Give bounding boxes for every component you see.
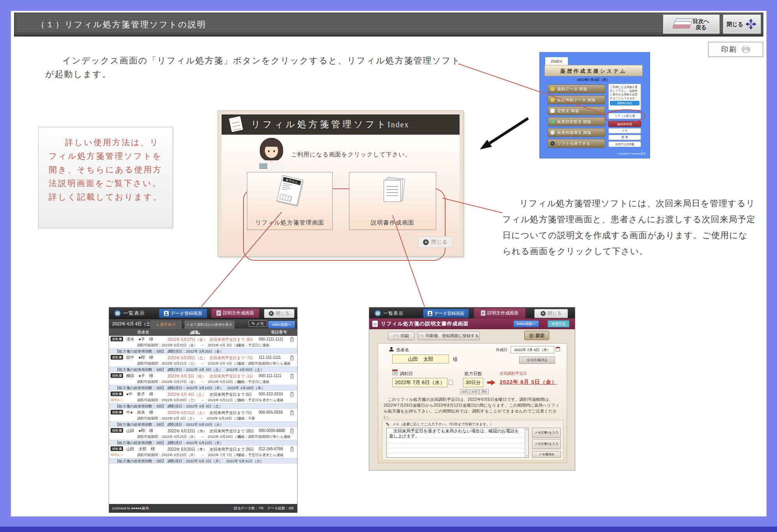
tab-list-view[interactable]: 一覧表示 [375,307,403,319]
mini-usage-button[interactable]: 使用方法説明書 [608,141,641,147]
quick-clear-button[interactable]: 消去 [479,389,489,394]
move-button[interactable]: 移動 [111,392,123,396]
calendar-28-icon: 28 [392,369,398,375]
days-field[interactable]: 30日分 [463,378,483,387]
docgen-index-button[interactable]: Index画面へ [513,320,539,327]
clear-all-button[interactable]: 全項目欄消去 [519,356,555,364]
doc-icon [217,311,221,316]
dispense-date-field[interactable]: 2022年 7月 6日（水） [392,378,448,387]
view-all-dispensed-tab[interactable]: ≡全て調剤済みの患者を表示 [185,321,234,328]
phone-number: 000-222-3333 [259,392,283,396]
usage-count: 【処方箋の総使用回数：3回】 [115,459,166,464]
refill-window-titlebar: リフィル処方箋管理ソフト Index [222,114,460,135]
mini-index-menu: 薬剤データ 閲覧 登録薬剤データ 閲覧 定型文 閲覧 疾患別定型文 閲覧 疾患別… [548,84,605,150]
move-arrow-icon [119,356,122,358]
dispensed-dates: 調剤済日：2022年 5月23日（月） [167,441,224,446]
memo-clear-button[interactable]: メモ欄消去 [532,451,561,458]
patient-name-label: 患者名 [396,347,409,353]
patient-row: 移動 備考あり 清水 ●子 様 2022年 5月27日（金） 次回来局予定日まで… [109,336,297,354]
mini-index-date: 2022年7月4日（月） [544,77,643,83]
created-date-label: 作成日 [496,347,507,353]
refill-manage-screen-label: リフィル処方箋管理画面 [247,219,332,226]
header-close-button[interactable]: 閉じる [723,14,761,34]
move-button[interactable]: 移動 [111,373,123,378]
list-close-button[interactable]: × 閉じる [264,309,294,318]
docgen-usage-button[interactable]: 使用方法 [548,320,569,327]
menu-drug-data[interactable]: 薬剤データ 閲覧 [548,84,605,93]
badge-icon [164,311,169,316]
list-memo-button[interactable]: ✎メモ [248,320,267,327]
print-button[interactable]: 印刷 [708,42,763,57]
move-button[interactable]: 移動 [111,337,123,341]
menu-fixed-phrases[interactable]: 定型文 閲覧 [548,106,605,115]
docgen-print-button[interactable]: 印刷 [388,332,414,340]
dispensed-dates: 調剤済日：2022年 4月 9日（土） [167,404,222,409]
settings-button[interactable]: 設定 [524,331,549,340]
memo-doc2-button[interactable]: メモ文書2を入力 [532,439,561,449]
days-until-visit: 次回来局予定日まで -7日 [210,355,253,361]
scroll-down-icon[interactable]: ▼ [525,455,529,457]
quick-30-button[interactable]: 30日 [470,389,479,394]
menu-registered-drug-data[interactable]: 登録薬剤データ 閲覧 [548,95,605,104]
memo-doc1-button[interactable]: メモ文書1を入力 [532,428,561,438]
mini-labs-button[interactable]: 臨床検査値 [608,121,641,127]
move-button[interactable]: 移動 [111,355,123,360]
print-button-label: 印刷 [721,45,737,54]
tab-data-register[interactable]: データ登録画面 [423,309,469,318]
menu-disease-guidance[interactable]: 疾患別指導文 閲覧 [548,128,605,137]
phone-number: 012-345-6789 [259,447,283,451]
menu-lines-icon: ≡ [187,323,189,327]
next-dispense-label: 次回調剤予定日 [500,371,527,376]
days-label: 処方日数 [465,371,482,377]
docgen-close-button[interactable]: × 閉じる [534,309,568,318]
close-circle-icon: × [269,311,274,316]
honorific-label: 様 [453,356,458,363]
move-button[interactable]: 移動 [111,428,123,433]
tab-doc-create[interactable]: 説明文作成画面 [211,308,259,318]
next-dispense-date: 2022年 6月11日（土） [167,410,207,416]
created-date-field[interactable]: 2022年 7月 6日（水） [511,346,554,353]
quick-28-button[interactable]: 28日 [460,389,469,394]
doc-create-screen-button[interactable]: 説明書作成画面 [349,172,436,230]
startup-settings-button[interactable]: 起動時の設定 [610,101,640,105]
calendar-icon[interactable] [556,347,560,351]
patient-name: 田中 ●郎 様 [126,355,153,360]
col-next-date[interactable]: 次回調剤予定日 [190,328,200,336]
patient-name: ●中 恵子 様 [126,392,153,397]
scroll-up-icon[interactable]: ▲ [526,428,528,430]
printer-icon [393,334,399,338]
list-date: 2022年 6月 4日（土） [112,319,155,328]
mini-refill-button[interactable]: リフィル処方箋 [608,113,641,119]
mini-reference-button[interactable]: 参 考 [608,135,641,140]
list-subbar: 2022年 6月 4日（土） ≡通常表示 ≡全て調剤済みの患者を表示 ✎メモ I… [109,319,297,328]
docgen-print-register-button[interactable]: 印刷後、登録画面に登録する [418,332,480,340]
dispensed-dates: 調剤済日：2022年 5月 2日（月） 2022年 5月31日（火） [167,459,264,464]
window-close-label: 閉じる [431,239,448,246]
menu-exit-software[interactable]: ×ソフトを終了する [548,139,605,148]
phone-number: 090-1111-1111 [259,337,283,341]
person-icon [550,130,555,135]
list-index-button[interactable]: Index画面へ [268,321,295,328]
doc-create-screen-label: 説明書作成画面 [349,219,436,226]
move-button[interactable]: 移動 [111,446,123,451]
patient-name-field[interactable]: 山田 太郎 [392,355,449,363]
mini-memo-button[interactable]: メモ [608,128,641,133]
badge-icon [428,311,432,316]
tab-data-register[interactable]: データ登録画面 [159,309,207,318]
window-close-button[interactable]: × 閉じる [418,236,453,248]
tab-doc-create-active[interactable]: 説明文作成画面 [474,308,526,318]
toc-button[interactable]: 目次へ戻る [663,14,720,34]
doc-icon [550,109,555,113]
phone-number: 000-555-5555 [259,410,283,414]
next-dispense-value[interactable]: 2022年 8月 5日（金） [500,379,557,386]
view-normal-tab[interactable]: ≡通常表示 [150,321,181,328]
move-button[interactable]: 移動 [111,410,123,414]
list-icon [375,310,381,316]
memo-textarea[interactable]: 次回来局予定日を過ぎても来局されない場合は、確認のお電話を差し上げます。 ▲ ▼ [386,428,529,458]
refill-manage-screen-button[interactable]: 処方せん リフィル処方箋管理画面 [247,172,333,230]
tab-list-view[interactable]: 一覧表示 [115,307,145,319]
red-arrow-icon [487,380,496,385]
date-picker-icon[interactable] [449,380,453,385]
scrollbar[interactable]: ▲ ▼ [525,428,529,457]
menu-disease-phrases[interactable]: 疾患別定型文 閲覧 [548,117,605,126]
